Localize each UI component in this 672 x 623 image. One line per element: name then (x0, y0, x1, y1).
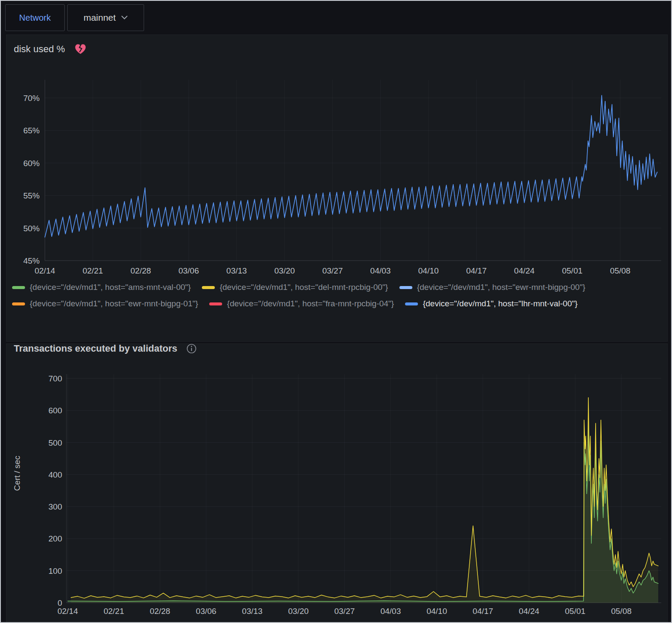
legend-label: {device="/dev/md1", host="lhr-mnt-val-00… (423, 299, 578, 308)
svg-text:03/13: 03/13 (242, 607, 263, 616)
svg-text:0: 0 (57, 598, 62, 607)
legend-swatch (202, 286, 215, 289)
legend-swatch (12, 286, 25, 289)
svg-text:03/13: 03/13 (226, 266, 247, 275)
svg-text:05/08: 05/08 (610, 266, 631, 275)
svg-text:400: 400 (48, 470, 62, 479)
legend-item-4[interactable]: {device="/dev/md1", host="fra-mnt-rpcbig… (209, 299, 394, 308)
legend-label: {device="/dev/md1", host="fra-mnt-rpcbig… (227, 299, 394, 308)
svg-text:Cert / sec: Cert / sec (13, 456, 22, 491)
svg-text:55%: 55% (23, 191, 40, 200)
panel2-title[interactable]: Transactions executed by validators (14, 343, 197, 354)
svg-text:02/21: 02/21 (104, 607, 124, 616)
svg-text:03/20: 03/20 (274, 266, 295, 275)
svg-text:100: 100 (48, 566, 62, 576)
legend-item-3[interactable]: {device="/dev/md1", host="ewr-mnt-bigpg-… (12, 299, 198, 308)
legend-swatch (399, 286, 412, 289)
svg-text:02/28: 02/28 (150, 607, 170, 616)
chevron-down-icon (121, 16, 128, 20)
disk-used-chart[interactable]: 45%50%55%60%65%70%02/1402/2102/2803/0603… (1, 35, 672, 283)
svg-text:02/28: 02/28 (131, 266, 151, 275)
svg-text:700: 700 (48, 374, 62, 383)
legend-item-0[interactable]: {device="/dev/md1", host="ams-mnt-val-00… (12, 283, 191, 292)
svg-text:05/01: 05/01 (562, 266, 583, 275)
svg-text:02/14: 02/14 (35, 266, 55, 275)
svg-text:300: 300 (48, 502, 62, 511)
svg-text:70%: 70% (23, 94, 40, 103)
legend-swatch (209, 302, 222, 305)
svg-text:04/03: 04/03 (370, 266, 391, 275)
svg-text:03/27: 03/27 (334, 607, 355, 616)
legend-item-1[interactable]: {device="/dev/md1", host="del-mnt-rpcbig… (202, 283, 388, 292)
svg-text:05/08: 05/08 (611, 607, 632, 616)
svg-text:60%: 60% (23, 159, 40, 168)
legend-item-2[interactable]: {device="/dev/md1", host="ewr-mnt-bigpg-… (399, 283, 585, 292)
svg-text:04/03: 04/03 (380, 607, 401, 616)
legend-swatch (405, 302, 418, 305)
network-value: mainnet (84, 13, 116, 23)
svg-text:03/06: 03/06 (179, 266, 199, 275)
panel2-title-text: Transactions executed by validators (14, 343, 177, 354)
svg-text:05/01: 05/01 (565, 607, 586, 616)
legend-swatch (12, 302, 25, 305)
disk-used-legend: {device="/dev/md1", host="ams-mnt-val-00… (12, 283, 586, 308)
svg-text:04/24: 04/24 (514, 266, 535, 275)
svg-text:02/14: 02/14 (57, 607, 78, 616)
legend-label: {device="/dev/md1", host="del-mnt-rpcbig… (220, 283, 388, 292)
svg-text:45%: 45% (23, 256, 40, 265)
svg-text:04/10: 04/10 (418, 266, 439, 275)
legend-label: {device="/dev/md1", host="ewr-mnt-bigpg-… (30, 299, 198, 308)
svg-text:50%: 50% (23, 224, 40, 233)
svg-text:04/24: 04/24 (519, 607, 540, 616)
transactions-chart[interactable]: 010020030040050060070002/1402/2102/2803/… (1, 363, 672, 623)
grafana-dashboard: Network mainnet disk used % Transactions… (0, 0, 672, 623)
legend-label: {device="/dev/md1", host="ams-mnt-val-00… (30, 283, 191, 292)
svg-text:02/21: 02/21 (82, 266, 103, 275)
svg-text:600: 600 (48, 406, 62, 415)
svg-text:04/17: 04/17 (466, 266, 487, 275)
svg-text:03/20: 03/20 (288, 607, 309, 616)
svg-text:03/27: 03/27 (322, 266, 343, 275)
svg-text:500: 500 (48, 438, 62, 447)
legend-item-5[interactable]: {device="/dev/md1", host="lhr-mnt-val-00… (405, 299, 578, 308)
network-variable-dropdown[interactable]: mainnet (67, 4, 144, 31)
info-circle-icon (186, 343, 197, 354)
svg-text:03/06: 03/06 (196, 607, 217, 616)
legend-label: {device="/dev/md1", host="ewr-mnt-bigpg-… (417, 283, 585, 292)
network-variable-label[interactable]: Network (5, 4, 65, 31)
svg-text:04/10: 04/10 (427, 607, 447, 616)
network-label: Network (19, 13, 50, 23)
svg-text:04/17: 04/17 (473, 607, 493, 616)
svg-text:65%: 65% (23, 126, 40, 135)
svg-text:200: 200 (48, 534, 62, 543)
